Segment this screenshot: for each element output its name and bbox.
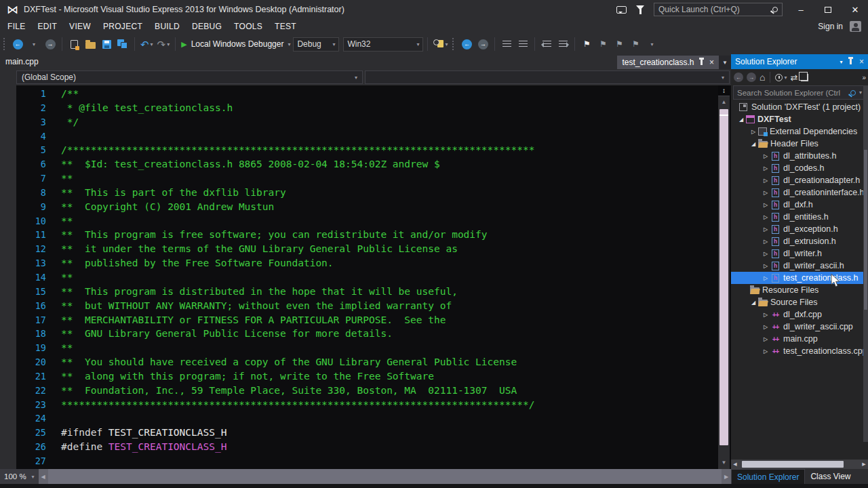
tree-item[interactable]: ▷External Dependencies bbox=[731, 125, 868, 138]
code-line[interactable]: 27 bbox=[16, 454, 731, 468]
editor-navigate-back-button[interactable]: ← bbox=[459, 36, 474, 52]
tree-item[interactable]: ▷hdl_dxf.h bbox=[731, 199, 868, 211]
tab-test-creationclass-h[interactable]: test_creationclass.h × bbox=[617, 56, 719, 69]
tree-item[interactable]: ▷hdl_codes.h bbox=[731, 162, 868, 174]
menu-view[interactable]: VIEW bbox=[63, 22, 97, 31]
home-icon[interactable]: ⌂ bbox=[760, 73, 765, 82]
code-line[interactable]: 11** This program is free software; you … bbox=[16, 228, 731, 242]
tree-item[interactable]: ▷hdl_creationadapter.h bbox=[731, 174, 868, 186]
expanded-arrow-icon[interactable]: ◢ bbox=[736, 117, 746, 123]
splitter-handle[interactable]: ↕ bbox=[718, 85, 730, 96]
scroll-right-icon[interactable]: ▶ bbox=[722, 474, 731, 480]
tree-item[interactable]: ▷htest_creationclass.h bbox=[731, 272, 868, 284]
line-number[interactable]: 24 bbox=[16, 411, 57, 426]
menu-tools[interactable]: TOOLS bbox=[228, 22, 269, 31]
tree-item[interactable]: ◢Header Files bbox=[731, 138, 868, 150]
line-number[interactable]: 7 bbox=[16, 171, 57, 186]
se-horizontal-scrollbar-thumb[interactable] bbox=[742, 461, 844, 468]
tab-class-view[interactable]: Class View bbox=[805, 469, 856, 484]
se-horizontal-scrollbar[interactable]: ◀ ▶ bbox=[731, 460, 868, 469]
code-line[interactable]: 14** bbox=[16, 270, 731, 285]
code-line[interactable]: 5/**************************************… bbox=[16, 143, 731, 157]
collapsed-arrow-icon[interactable]: ▷ bbox=[761, 263, 770, 269]
new-file-button[interactable] bbox=[66, 36, 81, 52]
code-line[interactable]: 20** You should have received a copy of … bbox=[16, 355, 731, 369]
solution-platform-combo[interactable]: Win32▾ bbox=[343, 37, 423, 52]
scroll-up-icon[interactable]: ▲ bbox=[718, 97, 730, 107]
quick-launch-input[interactable]: Quick Launch (Ctrl+Q) bbox=[654, 3, 783, 16]
code-line[interactable]: 2 * @file test_creationclass.h bbox=[16, 101, 731, 115]
menu-file[interactable]: FILE bbox=[1, 22, 32, 31]
collapsed-arrow-icon[interactable]: ▷ bbox=[761, 275, 770, 281]
line-number[interactable]: 26 bbox=[16, 440, 57, 454]
line-number[interactable]: 22 bbox=[16, 384, 57, 398]
code-area[interactable]: 1/**2 * @file test_creationclass.h3 */45… bbox=[16, 87, 731, 468]
tree-item[interactable]: ▷hdl_writer_ascii.h bbox=[731, 260, 868, 272]
code-line[interactable]: 18** GNU Library General Public License … bbox=[16, 327, 731, 341]
toolbar-grip[interactable] bbox=[3, 38, 7, 50]
expanded-arrow-icon[interactable]: ◢ bbox=[749, 300, 758, 306]
se-vertical-scrollbar-thumb[interactable] bbox=[864, 150, 867, 310]
navigate-forward-button[interactable]: → bbox=[43, 36, 58, 52]
collapsed-arrow-icon[interactable]: ▷ bbox=[761, 178, 770, 184]
line-number[interactable]: 18 bbox=[16, 327, 57, 341]
collapsed-arrow-icon[interactable]: ▷ bbox=[761, 312, 770, 318]
notifications-filter-icon[interactable] bbox=[636, 5, 644, 14]
line-number[interactable]: 17 bbox=[16, 313, 57, 327]
tree-item[interactable]: ▷hdl_entities.h bbox=[731, 211, 868, 223]
expanded-arrow-icon[interactable]: ◢ bbox=[749, 141, 758, 147]
scroll-down-icon[interactable]: ▼ bbox=[718, 458, 730, 468]
code-line[interactable]: 10** bbox=[16, 214, 731, 228]
uncomment-button[interactable] bbox=[515, 36, 530, 52]
line-number[interactable]: 10 bbox=[16, 214, 57, 228]
scroll-left-icon[interactable]: ◀ bbox=[731, 462, 739, 467]
close-panel-icon[interactable]: × bbox=[859, 58, 864, 66]
collapsed-arrow-icon[interactable]: ▷ bbox=[761, 348, 770, 354]
solution-explorer-header[interactable]: Solution Explorer ▾ × bbox=[731, 54, 868, 69]
feedback-icon[interactable] bbox=[616, 6, 627, 14]
tree-item[interactable]: ▷++dl_writer_ascii.cpp bbox=[731, 321, 868, 333]
code-line[interactable]: 1/** bbox=[16, 87, 731, 101]
line-number[interactable]: 23 bbox=[16, 398, 57, 412]
tree-item[interactable]: ▷hdl_creationinterface.h bbox=[731, 186, 868, 199]
sign-in-link[interactable]: Sign in bbox=[818, 22, 843, 31]
increase-indent-button[interactable] bbox=[555, 36, 570, 52]
line-number[interactable]: 21 bbox=[16, 369, 57, 384]
toolbar-grip[interactable] bbox=[452, 38, 456, 50]
menu-debug[interactable]: DEBUG bbox=[186, 22, 228, 31]
member-dropdown[interactable]: ▾ bbox=[365, 70, 730, 84]
tree-item[interactable]: ▷++main.cpp bbox=[731, 333, 868, 345]
horizontal-scrollbar-thumb[interactable] bbox=[48, 469, 722, 484]
search-options-dropdown-icon[interactable]: ▾ bbox=[859, 89, 862, 96]
solution-explorer-search-box[interactable]: Search Solution Explorer (Ctrl ▾ bbox=[733, 85, 866, 100]
editor-vertical-scrollbar[interactable]: ↕ ▲ ▼ bbox=[718, 85, 730, 469]
save-button[interactable] bbox=[99, 36, 114, 52]
menu-test[interactable]: TEST bbox=[269, 22, 302, 31]
open-file-button[interactable] bbox=[83, 36, 98, 52]
undo-button[interactable]: ↶▾ bbox=[139, 36, 155, 52]
line-number[interactable]: 3 bbox=[16, 115, 57, 129]
scroll-right-icon[interactable]: ▶ bbox=[860, 462, 868, 467]
tree-item[interactable]: ◢DXFTest bbox=[731, 113, 868, 125]
code-line[interactable]: 13** published by the Free Software Foun… bbox=[16, 256, 731, 270]
tree-item[interactable]: ◢Source Files bbox=[731, 296, 868, 308]
tab-solution-explorer[interactable]: Solution Explorer bbox=[731, 469, 805, 484]
code-line[interactable]: 3 */ bbox=[16, 115, 731, 129]
line-number[interactable]: 4 bbox=[16, 129, 57, 144]
collapsed-arrow-icon[interactable]: ▷ bbox=[761, 226, 770, 232]
minimize-button[interactable]: – bbox=[792, 5, 810, 15]
tree-item[interactable]: ▷hdl_attributes.h bbox=[731, 150, 868, 162]
collapsed-arrow-icon[interactable]: ▷ bbox=[761, 190, 770, 196]
line-number[interactable]: 11 bbox=[16, 228, 57, 242]
line-number[interactable]: 14 bbox=[16, 270, 57, 285]
window-position-dropdown-icon[interactable]: ▾ bbox=[840, 59, 842, 65]
code-line[interactable]: 4 bbox=[16, 129, 731, 144]
se-back-button[interactable]: ← bbox=[734, 73, 743, 82]
tab-main-cpp[interactable]: main.cpp bbox=[5, 56, 44, 69]
line-number[interactable]: 15 bbox=[16, 285, 57, 299]
collapsed-arrow-icon[interactable]: ▷ bbox=[761, 239, 770, 245]
save-all-button[interactable] bbox=[115, 36, 130, 52]
line-number[interactable]: 5 bbox=[16, 143, 57, 157]
tree-item[interactable]: ▷hdl_extrusion.h bbox=[731, 235, 868, 247]
toggle-bookmark-button[interactable]: ⚑ bbox=[579, 36, 594, 52]
